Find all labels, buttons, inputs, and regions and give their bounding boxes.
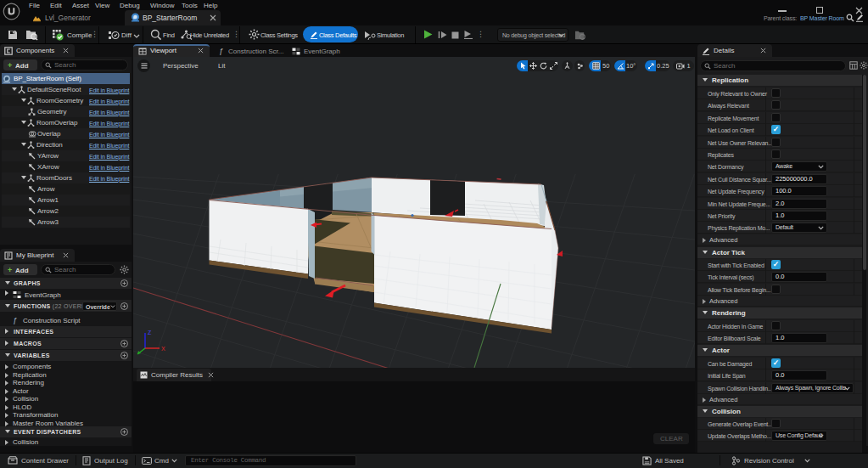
svg-text:Z: Z xyxy=(148,330,152,335)
svg-text:X: X xyxy=(161,346,165,352)
